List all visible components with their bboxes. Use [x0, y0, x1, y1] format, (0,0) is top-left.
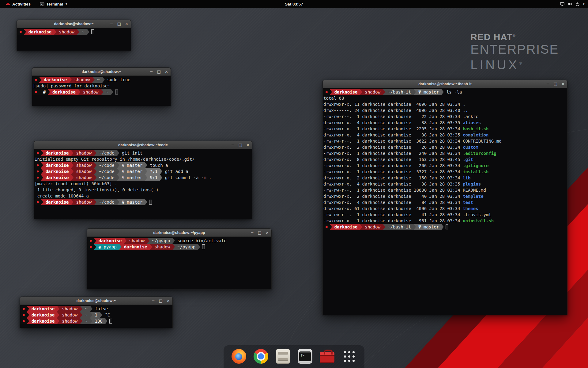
file-cabinet-icon [276, 349, 290, 364]
prompt-segment-path: ~ [79, 29, 87, 35]
prompt-segment-path: ~ [82, 318, 90, 324]
powerline-separator-icon [80, 318, 82, 324]
minimize-button[interactable]: − [152, 297, 155, 305]
system-status-area[interactable]: ▾ [556, 0, 588, 8]
prompt-segment-user: darknoise [43, 150, 71, 156]
minimize-button[interactable]: − [546, 80, 550, 88]
powerline-separator-icon [94, 150, 96, 156]
powerline-separator-icon [160, 168, 162, 174]
prompt-segment-git: Ψ master [119, 174, 145, 181]
terminal-text-out: [master (root-commit) 50bcb63] . [35, 181, 117, 187]
prompt-segment-os: ● [21, 318, 27, 324]
terminal-screen[interactable]: ●darknoiseshadow~ sudo true[sudo] passwo… [32, 76, 171, 106]
window-title: darknoise@shadow:~ [54, 22, 93, 26]
powerline-separator-icon [383, 224, 385, 230]
minimize-button[interactable]: − [251, 229, 254, 237]
window-titlebar[interactable]: darknoise@shadow:~ − □ × [17, 20, 131, 28]
window-titlebar[interactable]: darknoise@shadow:~ − □ × [32, 68, 171, 76]
app-menu-terminal[interactable]: >_ Terminal ▼ [37, 0, 71, 8]
dock-files-icon[interactable] [275, 348, 291, 364]
minimize-button[interactable]: − [150, 68, 153, 76]
close-button[interactable]: × [125, 20, 128, 28]
powerline-separator-icon [71, 174, 74, 181]
prompt-segment-gitstat: S:1 [147, 174, 160, 181]
prompt-segment-path: ~/pyapp [149, 238, 172, 244]
powerline-separator-icon [413, 224, 416, 230]
maximize-button[interactable]: □ [554, 80, 557, 88]
terminal-cursor [446, 224, 448, 229]
terminal-screen[interactable]: ●darknoiseshadow~ [17, 28, 131, 51]
maximize-button[interactable]: □ [159, 297, 163, 305]
terminal-line: [master (root-commit) 50bcb63] . [35, 181, 251, 187]
powerline-separator-icon [330, 224, 332, 230]
dock-firefox-icon[interactable] [231, 348, 247, 364]
terminal-cursor [115, 90, 118, 94]
terminal-line: ●darknoiseshadow~ [17, 29, 130, 35]
window-titlebar[interactable]: darknoise@shadow:~ − □ × [20, 297, 172, 305]
prompt-segment-path: ~/code [96, 150, 117, 156]
prompt-segment-user: darknoise [43, 168, 71, 174]
clock[interactable]: Sat 03:57 [282, 0, 306, 8]
terminal-screen[interactable]: ●darknoiseshadow~/code git initInitializ… [34, 149, 252, 219]
window-titlebar[interactable]: darknoise@shadow:~/pyapp − □ × [87, 229, 271, 237]
powerline-separator-icon [77, 29, 79, 35]
prompt-segment-os: ● [88, 238, 94, 244]
terminal-line: ●darknoiseshadow~/code git init [35, 150, 251, 156]
terminal-screen[interactable]: ●darknoiseshadow~ false●darknoiseshadow~… [20, 305, 172, 328]
powerline-separator-icon [92, 77, 95, 83]
window-titlebar[interactable]: darknoise@shadow:~/code − □ × [34, 141, 252, 149]
maximize-button[interactable]: □ [239, 141, 242, 149]
terminal-text-out: Initialized empty Git repository in /hom… [35, 156, 195, 162]
close-button[interactable]: × [246, 141, 250, 149]
dock-toolbox-icon[interactable] [319, 348, 335, 364]
terminal-line: drwxrwxr-x. 2 darknoise darknoise 150 Ja… [323, 175, 567, 181]
close-button[interactable]: × [266, 229, 269, 237]
prompt-segment-git: Ψ master [119, 199, 145, 205]
maximize-button[interactable]: □ [258, 229, 262, 237]
prompt-segment-host: shadow [56, 29, 77, 35]
prompt-segment-user: darknoise [43, 199, 71, 205]
terminal-text-cmd: ls -la [444, 89, 462, 95]
terminal-line: -rwxrwxr-x. 1 darknoise darknoise 961 Ja… [323, 218, 567, 224]
prompt-segment-os: ● [35, 150, 41, 156]
app-grid-icon [343, 350, 356, 363]
dock-terminal-icon[interactable]: $> [297, 348, 313, 364]
minimize-button[interactable]: − [231, 141, 235, 149]
powerline-separator-icon [27, 318, 29, 324]
terminal-text-dir: .. [463, 107, 468, 113]
app-menu-label: Terminal [46, 2, 63, 6]
terminal-line: -rwxrwxr-x. 1 darknoise darknoise 240 Ja… [323, 150, 567, 156]
terminal-line: -rw-rw-r--. 1 darknoise darknoise 3622 J… [323, 138, 567, 144]
close-button[interactable]: × [561, 80, 565, 88]
terminal-text-exec: bash_it.sh [463, 126, 488, 132]
terminal-screen[interactable]: ●darknoiseshadow~/bash-itΨ master ls -la… [323, 88, 567, 315]
prompt-segment-host: shadow [74, 199, 94, 205]
activities-button[interactable]: Activities [2, 0, 34, 8]
close-button[interactable]: × [167, 297, 170, 305]
dock-chrome-icon[interactable] [253, 348, 269, 364]
powerline-separator-icon [80, 306, 82, 312]
window-title: darknoise@shadow:~/code [118, 143, 168, 147]
minimize-button[interactable]: − [110, 20, 113, 28]
terminal-line: ●darknoiseshadow~/codeΨ masterS:1 git co… [35, 174, 251, 181]
dock: $> [224, 345, 364, 368]
prompt-segment-user: darknoise [29, 318, 57, 324]
terminal-screen[interactable]: ●darknoiseshadow~/pyapp source bin/activ… [87, 237, 271, 289]
powerline-separator-icon [441, 224, 444, 230]
window-titlebar[interactable]: darknoise@shadow:~/bash-it − □ × [323, 80, 567, 88]
maximize-button[interactable]: □ [117, 20, 121, 28]
terminal-text-out: drwxrwxr-x. 4 darknoise darknoise 38 Jan… [323, 181, 463, 187]
close-button[interactable]: × [165, 68, 168, 76]
terminal-text-exec: .editorconfig [463, 150, 496, 156]
terminal-window-sudo: darknoise@shadow:~ − □ × ●darknoiseshado… [32, 67, 171, 106]
terminal-line: drwxrwxr-x. 4 darknoise darknoise 38 Jan… [323, 181, 567, 187]
terminal-text-out: -rwxrwxr-x. 1 darknoise darknoise 240 Ja… [323, 150, 463, 156]
maximize-button[interactable]: □ [157, 68, 161, 76]
prompt-segment-path: ~ [82, 306, 90, 312]
prompt-segment-path: ~/bash-it [385, 224, 413, 230]
prompt-segment-host: shadow [81, 89, 101, 95]
dock-show-applications-icon[interactable] [341, 348, 357, 364]
prompt-segment-os: ● [21, 312, 27, 318]
prompt-segment-os: ● [21, 306, 27, 312]
terminal-line: -rwxrwxr-x. 1 darknoise darknoise 5327 J… [323, 169, 567, 175]
